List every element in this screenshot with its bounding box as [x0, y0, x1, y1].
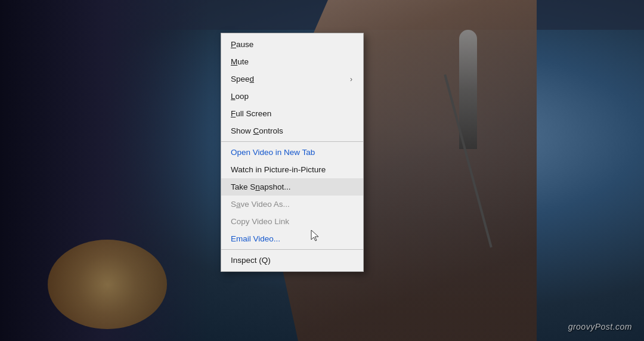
menu-item-fullscreen-label: Full Screen — [231, 109, 271, 118]
watermark: groovyPost.com — [568, 322, 632, 331]
separator-2 — [221, 249, 363, 250]
menu-item-save-video-as-label: Save Video As... — [231, 200, 290, 209]
menu-item-save-video-as[interactable]: Save Video As... — [221, 196, 363, 213]
menu-item-show-controls[interactable]: Show Controls — [221, 122, 363, 140]
menu-item-speed[interactable]: Speed › — [221, 70, 363, 88]
speed-submenu-arrow: › — [350, 75, 352, 83]
menu-item-fullscreen[interactable]: Full Screen — [221, 105, 363, 122]
menu-item-pause[interactable]: Pause — [221, 36, 363, 53]
menu-item-watch-pip[interactable]: Watch in Picture-in-Picture — [221, 161, 363, 178]
menu-item-show-controls-label: Show Controls — [231, 126, 283, 135]
menu-item-take-snapshot[interactable]: Take Snapshot... — [221, 178, 363, 196]
menu-item-inspect-label: Inspect (Q) — [231, 256, 271, 265]
menu-item-inspect[interactable]: Inspect (Q) — [221, 252, 363, 269]
separator-1 — [221, 141, 363, 142]
menu-item-email-video[interactable]: Email Video... — [221, 230, 363, 247]
menu-item-open-video-new-tab[interactable]: Open Video in New Tab — [221, 144, 363, 161]
menu-item-loop-label: Loop — [231, 92, 249, 101]
menu-item-pause-label: Pause — [231, 40, 253, 49]
menu-item-speed-label: Speed — [231, 75, 254, 83]
menu-item-email-video-label: Email Video... — [231, 234, 280, 243]
context-menu: Pause Mute Speed › Loop Full Screen Show… — [221, 33, 364, 272]
menu-item-mute[interactable]: Mute — [221, 53, 363, 70]
menu-item-take-snapshot-label: Take Snapshot... — [231, 182, 291, 191]
menu-item-watch-pip-label: Watch in Picture-in-Picture — [231, 165, 326, 174]
menu-item-loop[interactable]: Loop — [221, 88, 363, 105]
menu-item-copy-video-link-label: Copy Video Link — [231, 217, 289, 226]
menu-item-copy-video-link[interactable]: Copy Video Link — [221, 213, 363, 230]
bg-guitar — [48, 240, 167, 329]
menu-item-mute-label: Mute — [231, 57, 249, 66]
bg-mic — [459, 30, 477, 149]
menu-item-open-video-new-tab-label: Open Video in New Tab — [231, 148, 315, 157]
